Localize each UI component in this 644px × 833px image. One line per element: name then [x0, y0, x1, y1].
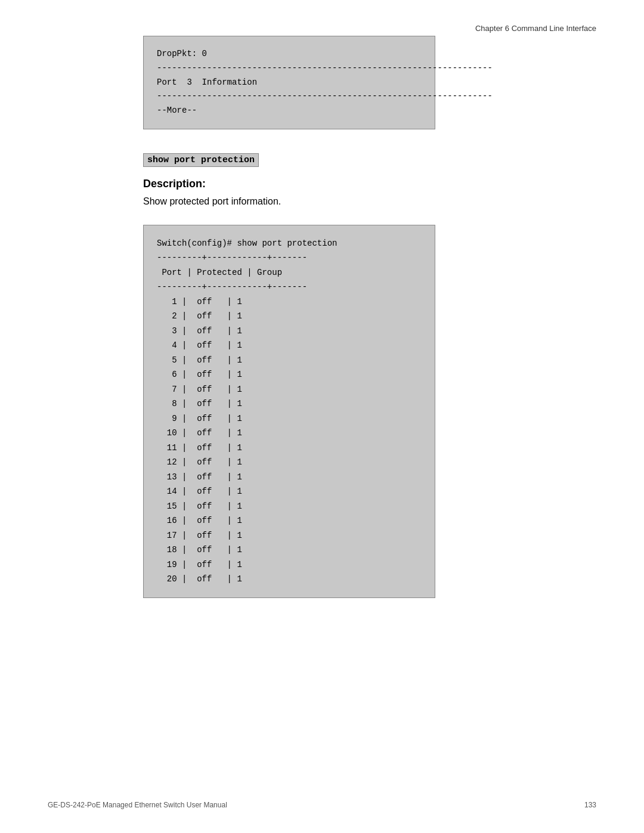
code-line: 6 | off | 1: [157, 367, 422, 382]
code-line: 2 | off | 1: [157, 309, 422, 324]
command-highlight: show port protection: [143, 153, 259, 167]
description-heading: Description:: [143, 178, 596, 190]
main-code-box: Switch(config)# show port protection----…: [143, 225, 435, 598]
code-line: 19 | off | 1: [157, 558, 422, 572]
code-line: 16 | off | 1: [157, 513, 422, 528]
description-text: Show protected port information.: [143, 196, 596, 207]
code-line: 4 | off | 1: [157, 338, 422, 353]
code-line: 5 | off | 1: [157, 353, 422, 368]
code-line: 7 | off | 1: [157, 382, 422, 397]
section-wrapper: show port protection Description: Show p…: [143, 153, 596, 207]
code-line: 17 | off | 1: [157, 528, 422, 543]
code-line: 15 | off | 1: [157, 499, 422, 514]
code-line: Port | Protected | Group: [157, 265, 422, 280]
top-code-box: DropPkt: 0------------------------------…: [143, 36, 435, 129]
code-line: DropPkt: 0: [157, 47, 422, 61]
code-line: 11 | off | 1: [157, 441, 422, 456]
code-line: --More--: [157, 104, 422, 118]
code-line: ---------+------------+-------: [157, 280, 422, 295]
code-line: 9 | off | 1: [157, 411, 422, 426]
code-line: 3 | off | 1: [157, 324, 422, 339]
code-line: Switch(config)# show port protection: [157, 236, 422, 251]
footer-left: GE-DS-242-PoE Managed Ethernet Switch Us…: [48, 801, 227, 809]
code-line: 14 | off | 1: [157, 484, 422, 499]
code-line: ----------------------------------------…: [157, 61, 422, 76]
page: Chapter 6 Command Line Interface DropPkt…: [0, 0, 644, 833]
code-line: ---------+------------+-------: [157, 250, 422, 265]
code-line: 1 | off | 1: [157, 295, 422, 309]
code-line: 8 | off | 1: [157, 397, 422, 411]
code-line: 13 | off | 1: [157, 470, 422, 485]
code-line: 12 | off | 1: [157, 455, 422, 470]
code-line: 10 | off | 1: [157, 426, 422, 441]
code-line: 20 | off | 1: [157, 572, 422, 587]
code-line: ----------------------------------------…: [157, 89, 422, 104]
footer: GE-DS-242-PoE Managed Ethernet Switch Us…: [0, 801, 644, 809]
code-line: 18 | off | 1: [157, 543, 422, 558]
code-line: Port 3 Information: [157, 76, 422, 90]
chapter-header: Chapter 6 Command Line Interface: [475, 24, 596, 33]
footer-right: 133: [584, 801, 596, 809]
